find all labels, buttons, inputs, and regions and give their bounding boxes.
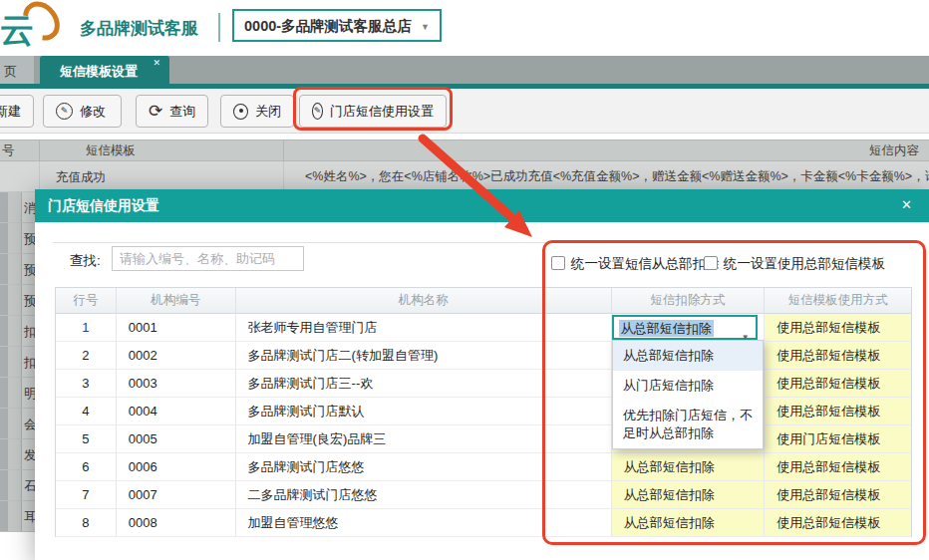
- store-table-row[interactable]: 70007二多品牌测试门店悠悠从总部短信扣除使用总部短信模板: [56, 481, 911, 509]
- store-table-row[interactable]: 40004多品牌测试门店默认使用总部短信模板: [56, 398, 911, 425]
- cell-template-mode[interactable]: 使用总部短信模板: [765, 314, 911, 341]
- cell-template-mode[interactable]: 使用门店短信模板: [765, 425, 911, 452]
- top-bar: 云 多品牌测试客服 0000-多品牌测试客服总店 ▼: [0, 0, 929, 56]
- toolbar-button-2[interactable]: ✎修改: [43, 95, 122, 128]
- refresh-icon: ⟳: [149, 103, 162, 120]
- combobox-selected-value: 从总部短信扣除: [619, 320, 714, 337]
- toolbar-button-label: 新建: [0, 103, 21, 121]
- store-table-col-header[interactable]: 短信模板使用方式: [765, 288, 911, 313]
- tab-strip: 页 短信模板设置 ✕: [0, 56, 929, 84]
- cell-template-mode[interactable]: 使用总部短信模板: [765, 453, 911, 480]
- close-circle-icon: [233, 104, 248, 120]
- cell-row-number: 6: [56, 453, 117, 480]
- cell-sms-deduct-mode[interactable]: 从总部短信扣除: [612, 453, 766, 480]
- bg-row-content: <%姓名%>，您在<%店铺名称%>已成功充值<%充值金额%>，赠送金额<%赠送金…: [284, 168, 929, 185]
- edit-circle-icon: ✎: [56, 103, 73, 120]
- edit-circle-icon: ✎: [312, 103, 323, 120]
- toolbar-button-label: 门店短信使用设置: [330, 103, 434, 121]
- cell-sms-deduct-mode[interactable]: 从总部短信扣除: [612, 481, 766, 508]
- cell-template-mode[interactable]: 使用总部短信模板: [765, 398, 911, 424]
- cell-sms-deduct-mode[interactable]: 从总部短信扣除: [612, 509, 766, 536]
- store-table-row[interactable]: 30003多品牌测试门店三--欢使用总部短信模板: [56, 370, 911, 398]
- cell-org-code: 0002: [117, 342, 236, 369]
- cell-org-code: 0006: [117, 453, 236, 480]
- checkbox-unified-use-hq-template-label: 统一设置使用总部短信模板: [724, 255, 885, 273]
- dialog-header[interactable]: 门店短信使用设置 ✕: [35, 189, 929, 222]
- cell-org-code: 0004: [117, 398, 236, 424]
- bg-col-template: 短信模板: [40, 140, 284, 160]
- store-table-col-header[interactable]: 短信扣除方式: [612, 288, 766, 313]
- toolbar-button-3[interactable]: ⟳查询: [136, 95, 208, 128]
- checkbox-unified-deduct-hq[interactable]: [551, 256, 565, 270]
- dialog-title: 门店短信使用设置: [48, 197, 159, 215]
- tab-sms-template-settings[interactable]: 短信模板设置 ✕: [40, 56, 169, 84]
- store-table: 行号机构编号机构名称短信扣除方式短信模板使用方式 10001张老师专用自管理门店…: [55, 287, 912, 537]
- bg-row-template: 充值成功: [40, 161, 284, 191]
- checkbox-unified-deduct-hq-label: 统一设置短信从总部扣除: [571, 255, 720, 273]
- toolbar-button-label: 关闭: [255, 103, 281, 121]
- store-table-col-header[interactable]: 机构名称: [236, 288, 612, 313]
- search-input[interactable]: [112, 246, 304, 271]
- cell-org-code: 0001: [117, 314, 236, 341]
- store-table-col-header[interactable]: 行号: [56, 288, 117, 313]
- toolbar-button-5[interactable]: ✎门店短信使用设置: [299, 95, 447, 128]
- cell-org-code: 0005: [117, 425, 236, 452]
- store-table-row[interactable]: 80008加盟自管理悠悠从总部短信扣除使用总部短信模板: [56, 509, 911, 537]
- store-table-row[interactable]: 10001张老师专用自管理门店从总部短信扣除▼使用总部短信模板: [56, 314, 911, 342]
- store-table-col-header[interactable]: 机构编号: [117, 288, 236, 313]
- store-table-row[interactable]: 20002多品牌测试门店二(转加盟自管理)使用总部短信模板: [56, 342, 911, 370]
- cell-template-mode[interactable]: 使用总部短信模板: [765, 342, 911, 369]
- dialog-close-icon[interactable]: ✕: [901, 197, 912, 212]
- chevron-down-icon: ▼: [742, 324, 750, 341]
- store-sms-settings-dialog: 门店短信使用设置 ✕ 查找: 统一设置短信从总部扣除 统一设置使用总部短信模板 …: [35, 189, 929, 560]
- search-label: 查找:: [70, 252, 101, 270]
- cell-org-name: 多品牌测试门店默认: [236, 398, 612, 424]
- cell-row-number: 2: [56, 342, 117, 369]
- cell-row-number: 7: [56, 481, 117, 508]
- cell-template-mode[interactable]: 使用总部短信模板: [765, 370, 911, 397]
- toolbar-button-1[interactable]: ✎新建: [0, 95, 34, 128]
- cell-org-code: 0007: [117, 481, 236, 508]
- toolbar: ✎新建✎修改⟳查询关闭✎门店短信使用设置: [0, 89, 929, 134]
- toolbar-button-4[interactable]: 关闭: [220, 95, 294, 128]
- cell-row-number: 1: [56, 314, 117, 341]
- deduct-dropdown-list: 从总部短信扣除从门店短信扣除优先扣除门店短信，不足时从总部扣除: [612, 340, 764, 449]
- tab-label: 短信模板设置: [60, 63, 138, 81]
- table-row[interactable]: 充值成功 <%姓名%>，您在<%店铺名称%>已成功充值<%充值金额%>，赠送金额…: [0, 161, 929, 192]
- title-divider: [218, 13, 220, 42]
- toolbar-button-label: 查询: [169, 103, 195, 121]
- cell-row-number: 3: [56, 370, 117, 397]
- store-table-body: 10001张老师专用自管理门店从总部短信扣除▼使用总部短信模板20002多品牌测…: [56, 314, 911, 537]
- dropdown-option[interactable]: 从总部短信扣除: [613, 341, 763, 371]
- deduct-mode-combobox[interactable]: 从总部短信扣除▼: [612, 315, 758, 340]
- divider: [53, 242, 913, 243]
- tab-close-icon[interactable]: ✕: [153, 58, 160, 68]
- store-table-row[interactable]: 60006多品牌测试门店悠悠从总部短信扣除使用总部短信模板: [56, 453, 911, 481]
- app-title: 多品牌测试客服: [80, 17, 198, 40]
- cell-sms-deduct-mode[interactable]: 从总部短信扣除▼: [612, 314, 766, 341]
- tab-home-partial[interactable]: 页: [0, 56, 34, 84]
- bg-col-content: 短信内容: [284, 140, 929, 160]
- store-table-header: 行号机构编号机构名称短信扣除方式短信模板使用方式: [56, 288, 911, 314]
- dropdown-option[interactable]: 从门店短信扣除: [613, 371, 763, 401]
- toolbar-button-label: 修改: [80, 103, 106, 121]
- cell-template-mode[interactable]: 使用总部短信模板: [765, 481, 911, 508]
- cell-org-name: 多品牌测试门店三--欢: [236, 370, 612, 397]
- cell-org-code: 0003: [117, 370, 236, 397]
- cell-row-number: 5: [56, 425, 117, 452]
- bg-col-rownum: 号: [0, 140, 40, 160]
- cell-template-mode[interactable]: 使用总部短信模板: [765, 509, 911, 536]
- store-selector-value: 0000-多品牌测试客服总店: [244, 17, 412, 36]
- cell-org-name: 多品牌测试门店二(转加盟自管理): [236, 342, 612, 369]
- cell-org-name: 加盟自管理(良宏)品牌三: [236, 425, 612, 452]
- dropdown-option[interactable]: 优先扣除门店短信，不足时从总部扣除: [613, 401, 763, 448]
- store-selector[interactable]: 0000-多品牌测试客服总店 ▼: [232, 9, 442, 42]
- cell-org-name: 张老师专用自管理门店: [236, 314, 612, 341]
- checkbox-unified-use-hq-template[interactable]: [704, 256, 718, 270]
- cell-org-code: 0008: [117, 509, 236, 536]
- store-table-row[interactable]: 50005加盟自管理(良宏)品牌三优先扣除门店短信，...使用门店短信模板: [56, 425, 911, 453]
- cell-org-name: 加盟自管理悠悠: [236, 509, 612, 536]
- cell-org-name: 多品牌测试门店悠悠: [236, 453, 612, 480]
- chevron-down-icon: ▼: [421, 22, 430, 32]
- cell-org-name: 二多品牌测试门店悠悠: [236, 481, 612, 508]
